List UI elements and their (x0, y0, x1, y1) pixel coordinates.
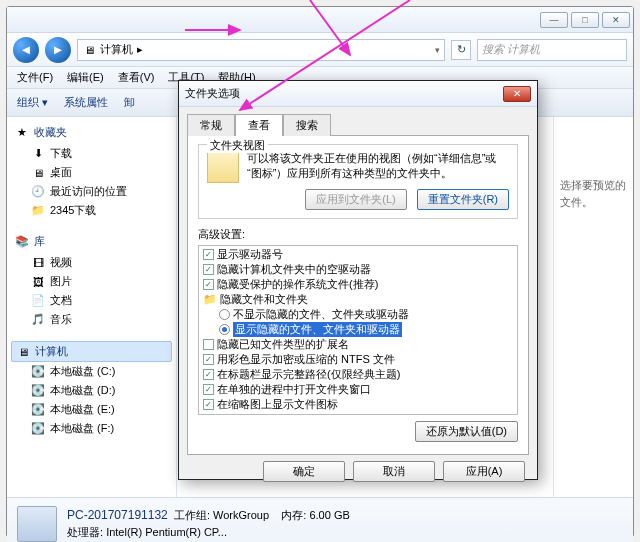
advanced-item[interactable]: ✓在缩略图上显示文件图标 (201, 397, 515, 412)
folder-icon: 📁 (203, 292, 217, 307)
nav-row: ◄ ► 🖥 计算机 ▸ ▾ ↻ 搜索 计算机 (7, 33, 633, 67)
computer-icon: 🖥 (82, 43, 96, 57)
address-dropdown-icon[interactable]: ▾ (435, 45, 440, 55)
checkbox-icon: ✓ (203, 414, 214, 415)
dialog-tabs: 常规查看搜索 (179, 107, 537, 135)
breadcrumb-label: 计算机 (100, 42, 133, 57)
preview-pane: 选择要预览的文件。 (553, 117, 633, 497)
checkbox-icon: ✓ (203, 399, 214, 410)
titlebar: — □ ✕ (7, 7, 633, 33)
forward-button[interactable]: ► (45, 37, 71, 63)
tab-常规[interactable]: 常规 (187, 114, 235, 136)
folder-view-label: 文件夹视图 (207, 138, 268, 153)
tree-item[interactable]: 📁2345下载 (11, 201, 172, 220)
checkbox-icon (203, 339, 214, 350)
checkbox-icon: ✓ (203, 354, 214, 365)
close-button[interactable]: ✕ (602, 12, 630, 28)
cpu-label: 处理器: (67, 526, 103, 538)
search-input[interactable]: 搜索 计算机 (477, 39, 627, 61)
advanced-item[interactable]: 不显示隐藏的文件、文件夹或驱动器 (201, 307, 515, 322)
maximize-button[interactable]: □ (571, 12, 599, 28)
tree-item[interactable]: 🖥桌面 (11, 163, 172, 182)
tab-搜索[interactable]: 搜索 (283, 114, 331, 136)
cpu-value: Intel(R) Pentium(R) CP... (106, 526, 227, 538)
reset-folders-button[interactable]: 重置文件夹(R) (417, 189, 509, 210)
dialog-titlebar: 文件夹选项 ✕ (179, 81, 537, 107)
memory-value: 6.00 GB (309, 509, 349, 521)
toolbar-item[interactable]: 卸 (124, 95, 135, 110)
tab-查看[interactable]: 查看 (235, 114, 283, 136)
folder-view-text: 可以将该文件夹正在使用的视图（例如“详细信息”或“图标”）应用到所有这种类型的文… (247, 151, 509, 182)
advanced-item[interactable]: ✓在单独的进程中打开文件夹窗口 (201, 382, 515, 397)
toolbar-item[interactable]: 组织 ▾ (17, 95, 48, 110)
dialog-close-button[interactable]: ✕ (503, 86, 531, 102)
checkbox-icon: ✓ (203, 279, 214, 290)
radio-icon (219, 309, 230, 320)
advanced-item[interactable]: 📁隐藏文件和文件夹 (201, 292, 515, 307)
folder-options-dialog: 文件夹选项 ✕ 常规查看搜索 文件夹视图 可以将该文件夹正在使用的视图（例如“详… (178, 80, 538, 480)
tree-item[interactable]: 💽本地磁盘 (C:) (11, 362, 172, 381)
folder-view-group: 文件夹视图 可以将该文件夹正在使用的视图（例如“详细信息”或“图标”）应用到所有… (198, 144, 518, 219)
menu-item[interactable]: 文件(F) (17, 70, 53, 85)
toolbar-item[interactable]: 系统属性 (64, 95, 108, 110)
advanced-item[interactable]: ✓隐藏计算机文件夹中的空驱动器 (201, 262, 515, 277)
address-bar[interactable]: 🖥 计算机 ▸ ▾ (77, 39, 445, 61)
apply-to-folders-button: 应用到文件夹(L) (305, 189, 406, 210)
dialog-title: 文件夹选项 (185, 86, 240, 101)
details-pane: PC-201707191132 工作组: WorkGroup 内存: 6.00 … (7, 497, 633, 542)
tree-item[interactable]: 💽本地磁盘 (F:) (11, 419, 172, 438)
advanced-item[interactable]: ✓显示驱动器号 (201, 247, 515, 262)
advanced-settings-list[interactable]: ✓显示驱动器号✓隐藏计算机文件夹中的空驱动器✓隐藏受保护的操作系统文件(推荐)📁… (198, 245, 518, 415)
tree-item[interactable]: 💽本地磁盘 (E:) (11, 400, 172, 419)
tree-header[interactable]: ★收藏夹 (11, 123, 172, 144)
radio-icon (219, 324, 230, 335)
minimize-button[interactable]: — (540, 12, 568, 28)
advanced-item[interactable]: ✓在文件夹提示中显示文件大小信息 (201, 412, 515, 415)
restore-defaults-button[interactable]: 还原为默认值(D) (415, 421, 518, 442)
advanced-item[interactable]: ✓在标题栏显示完整路径(仅限经典主题) (201, 367, 515, 382)
workgroup-label: 工作组: (174, 509, 210, 521)
back-button[interactable]: ◄ (13, 37, 39, 63)
tree-item[interactable]: 💽本地磁盘 (D:) (11, 381, 172, 400)
checkbox-icon: ✓ (203, 264, 214, 275)
computer-large-icon (17, 506, 57, 542)
advanced-item[interactable]: 显示隐藏的文件、文件夹和驱动器 (201, 322, 515, 337)
tree-item[interactable]: 🎞视频 (11, 253, 172, 272)
checkbox-icon: ✓ (203, 249, 214, 260)
refresh-button[interactable]: ↻ (451, 40, 471, 60)
advanced-item[interactable]: 隐藏已知文件类型的扩展名 (201, 337, 515, 352)
advanced-item[interactable]: ✓用彩色显示加密或压缩的 NTFS 文件 (201, 352, 515, 367)
checkbox-icon: ✓ (203, 369, 214, 380)
advanced-item[interactable]: ✓隐藏受保护的操作系统文件(推荐) (201, 277, 515, 292)
workgroup-value: WorkGroup (213, 509, 269, 521)
pc-name: PC-201707191132 (67, 508, 168, 522)
checkbox-icon: ✓ (203, 384, 214, 395)
advanced-label: 高级设置: (198, 227, 518, 242)
nav-tree: ★收藏夹⬇下载🖥桌面🕘最近访问的位置📁2345下载📚库🎞视频🖼图片📄文档🎵音乐🖥… (7, 117, 177, 497)
tree-item[interactable]: ⬇下载 (11, 144, 172, 163)
tree-item[interactable]: 📄文档 (11, 291, 172, 310)
memory-label: 内存: (281, 509, 306, 521)
tab-pane-view: 文件夹视图 可以将该文件夹正在使用的视图（例如“详细信息”或“图标”）应用到所有… (187, 135, 529, 455)
tree-header-computer[interactable]: 🖥计算机 (11, 341, 172, 362)
menu-item[interactable]: 编辑(E) (67, 70, 104, 85)
tree-item[interactable]: 🎵音乐 (11, 310, 172, 329)
folder-view-icon (207, 151, 239, 183)
ok-button[interactable]: 确定 (263, 461, 345, 482)
tree-item[interactable]: 🕘最近访问的位置 (11, 182, 172, 201)
cancel-button[interactable]: 取消 (353, 461, 435, 482)
tree-header[interactable]: 📚库 (11, 232, 172, 253)
breadcrumb-sep: ▸ (137, 43, 143, 56)
apply-button[interactable]: 应用(A) (443, 461, 525, 482)
menu-item[interactable]: 查看(V) (118, 70, 155, 85)
tree-item[interactable]: 🖼图片 (11, 272, 172, 291)
